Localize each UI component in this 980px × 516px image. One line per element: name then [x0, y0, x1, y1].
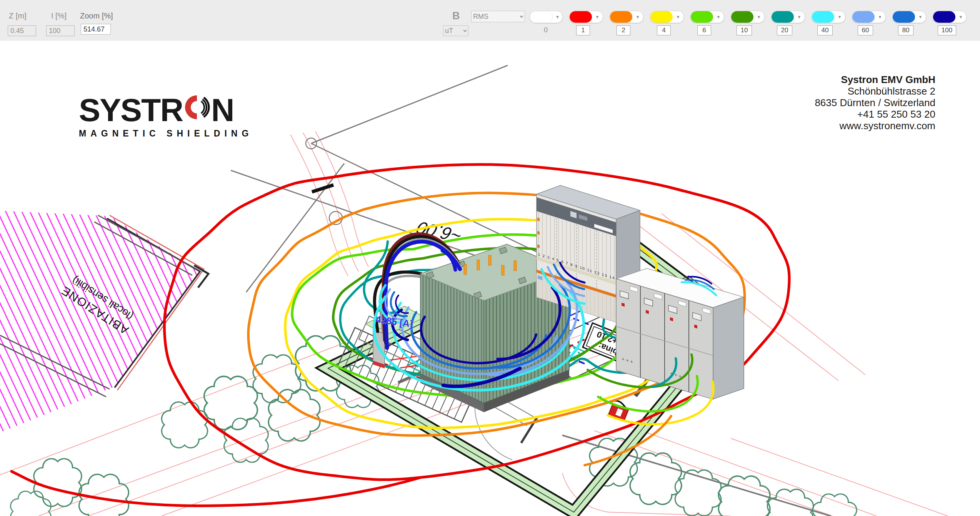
parameter-toolbar: Z [m] I [%] Zoom [%] B RMS uT ▼ 0 ▼ ▼ ▼ … — [0, 0, 980, 41]
address-street: Schönbühlstrasse 2 — [815, 85, 935, 97]
scale-input-8[interactable] — [858, 25, 873, 35]
company-address: Systron EMV GmbH Schönbühlstrasse 2 8635… — [815, 74, 935, 131]
scale-swatch-7[interactable]: ▼ — [812, 11, 845, 23]
scale-swatch-3[interactable]: ▼ — [650, 11, 684, 23]
swatch-color-1 — [570, 11, 592, 23]
z-input[interactable] — [8, 25, 36, 36]
scale-input-7[interactable] — [817, 25, 833, 35]
address-company: Systron EMV GmbH — [815, 74, 935, 85]
logo-tagline: MAGNETIC SHIELDING — [79, 128, 253, 139]
swatch-color-2 — [610, 11, 632, 23]
logo-text-left: SYSTR — [79, 94, 183, 126]
dropdown-arrow-icon: ▼ — [553, 11, 562, 23]
scale-input-5[interactable] — [737, 25, 752, 35]
scale-swatch-2[interactable]: ▼ — [610, 11, 643, 23]
dropdown-arrow-icon: ▼ — [753, 11, 764, 23]
app-window: { "toolbar": { "z_label": "Z [m]", "z_va… — [0, 0, 980, 516]
i-label: I [%] — [51, 12, 67, 20]
sensitive-zone-area: ABITAZIONE (locali sensibili) — [0, 211, 208, 433]
swatch-color-6 — [772, 11, 794, 23]
address-city: 8635 Dürnten / Switzerland — [815, 97, 935, 108]
scale-input-9[interactable] — [898, 25, 913, 35]
scale-value-0: 0 — [536, 26, 556, 34]
scale-swatch-10[interactable]: ▼ — [933, 11, 967, 23]
scale-swatch-4[interactable]: ▼ — [690, 11, 724, 23]
dropdown-arrow-icon: ▼ — [673, 11, 683, 23]
b-field-label: B — [452, 10, 460, 22]
systron-logo: SYSTR N MAGNETIC SHIELDING — [79, 93, 253, 139]
dropdown-arrow-icon: ▼ — [592, 11, 603, 23]
dropdown-arrow-icon: ▼ — [875, 11, 885, 23]
swatch-color-9 — [893, 11, 915, 23]
swatch-color-4 — [691, 11, 713, 23]
logo-o-icon — [183, 93, 211, 126]
scale-swatch-0[interactable]: ▼ — [530, 11, 563, 23]
scale-input-2[interactable] — [617, 25, 630, 35]
logo-text-right: N — [211, 94, 234, 126]
z-label: Z [m] — [9, 12, 27, 20]
scale-input-6[interactable] — [777, 25, 792, 35]
dropdown-arrow-icon: ▼ — [794, 11, 805, 23]
field-mode-select[interactable]: RMS — [471, 11, 525, 22]
scale-input-10[interactable] — [938, 25, 956, 35]
zoom-label: Zoom [%] — [80, 12, 113, 20]
swatch-color-8 — [852, 11, 875, 23]
scale-swatch-9[interactable]: ▼ — [892, 11, 926, 23]
scale-swatch-8[interactable]: ▼ — [852, 11, 886, 23]
address-website: www.systronemv.com — [815, 120, 935, 131]
dropdown-arrow-icon: ▼ — [834, 11, 845, 23]
swatch-color-7 — [812, 11, 834, 23]
scale-swatch-5[interactable]: ▼ — [731, 11, 765, 23]
dropdown-arrow-icon: ▼ — [713, 11, 724, 23]
scale-input-4[interactable] — [697, 25, 711, 35]
i-input[interactable] — [46, 25, 75, 36]
scale-swatch-6[interactable]: ▼ — [771, 11, 805, 23]
scale-input-3[interactable] — [657, 25, 671, 35]
address-phone: +41 55 250 53 20 — [815, 108, 935, 120]
dropdown-arrow-icon: ▼ — [915, 11, 926, 23]
swatch-color-5 — [731, 11, 753, 23]
unit-select[interactable]: uT — [443, 25, 468, 36]
dropdown-arrow-icon: ▼ — [955, 11, 966, 23]
swatch-color-0 — [530, 11, 553, 23]
scale-swatch-1[interactable]: ▼ — [569, 11, 603, 23]
swatch-color-10 — [933, 11, 955, 23]
scale-input-1[interactable] — [576, 25, 590, 35]
swatch-color-3 — [650, 11, 673, 23]
zoom-input[interactable] — [81, 24, 111, 35]
dropdown-arrow-icon: ▼ — [632, 11, 643, 23]
